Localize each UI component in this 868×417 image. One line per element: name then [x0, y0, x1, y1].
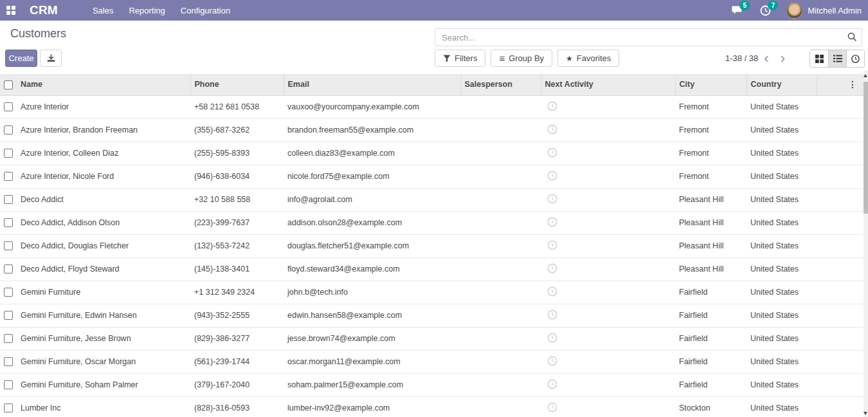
row-checkbox[interactable] — [4, 149, 13, 158]
table-row[interactable]: Gemini Furniture, Soham Palmer (379)-167… — [0, 373, 863, 396]
schedule-activity-clock-icon[interactable] — [547, 101, 557, 111]
row-checkbox[interactable] — [4, 172, 13, 181]
table-header-row: Name Phone Email Salesperson Next Activi… — [0, 74, 863, 95]
activities-button[interactable]: 7 — [758, 3, 772, 17]
search-input[interactable] — [435, 28, 862, 46]
kanban-view-button[interactable] — [810, 50, 828, 67]
systray: 5 7 Mitchell Admin — [730, 3, 868, 19]
row-checkbox[interactable] — [4, 241, 13, 250]
table-row[interactable]: Azure Interior, Colleen Diaz (255)-595-8… — [0, 142, 863, 165]
row-checkbox[interactable] — [4, 334, 13, 343]
cell-email: info@agrolait.com — [284, 188, 460, 211]
cell-salesperson — [460, 188, 541, 211]
column-header-country[interactable]: Country — [746, 74, 817, 95]
create-button[interactable]: Create — [5, 50, 37, 67]
search-icon[interactable] — [847, 32, 857, 42]
schedule-activity-clock-icon[interactable] — [547, 171, 557, 181]
activity-view-button[interactable] — [846, 50, 864, 67]
cell-name[interactable]: Gemini Furniture — [17, 281, 190, 304]
schedule-activity-clock-icon[interactable] — [547, 379, 557, 389]
cell-city: Stockton — [675, 396, 746, 417]
column-header-city[interactable]: City — [675, 74, 746, 95]
scroll-down-arrow[interactable] — [863, 412, 867, 415]
table-row[interactable]: Deco Addict, Floyd Steward (145)-138-340… — [0, 257, 863, 281]
table-row[interactable]: Lumber Inc (828)-316-0593 lumber-inv92@e… — [0, 396, 863, 417]
cell-name[interactable]: Lumber Inc — [17, 396, 190, 417]
row-checkbox[interactable] — [4, 311, 13, 320]
user-menu[interactable]: Mitchell Admin — [808, 6, 862, 15]
schedule-activity-clock-icon[interactable] — [547, 333, 557, 343]
table-row[interactable]: Deco Addict +32 10 588 558 info@agrolait… — [0, 188, 863, 211]
column-header-name[interactable]: Name — [17, 74, 190, 95]
app-name[interactable]: CRM — [30, 3, 58, 17]
table-row[interactable]: Gemini Furniture, Jesse Brown (829)-386-… — [0, 327, 863, 350]
filters-button[interactable]: Filters — [435, 50, 485, 67]
pager-previous-button[interactable]: ‹ — [758, 51, 774, 66]
table-row[interactable]: Deco Addict, Addison Olson (223)-399-763… — [0, 211, 863, 234]
table-row[interactable]: Gemini Furniture, Edwin Hansen (943)-352… — [0, 304, 863, 327]
schedule-activity-clock-icon[interactable] — [547, 217, 557, 227]
cell-name[interactable]: Gemini Furniture, Edwin Hansen — [17, 304, 190, 327]
schedule-activity-clock-icon[interactable] — [547, 356, 557, 366]
messages-badge: 5 — [739, 1, 750, 10]
cell-name[interactable]: Gemini Furniture, Oscar Morgan — [17, 350, 190, 373]
table-row[interactable]: Gemini Furniture, Oscar Morgan (561)-239… — [0, 350, 863, 373]
schedule-activity-clock-icon[interactable] — [547, 194, 557, 204]
group-by-button[interactable]: ≡Group By — [491, 50, 552, 67]
vertical-scrollbar[interactable] — [863, 71, 868, 417]
table-row[interactable]: Azure Interior +58 212 681 0538 vauxoo@y… — [0, 95, 863, 118]
column-header-next-activity[interactable]: Next Activity — [541, 74, 675, 95]
cell-name[interactable]: Azure Interior, Colleen Diaz — [17, 142, 190, 165]
menu-configuration[interactable]: Configuration — [173, 0, 238, 21]
row-checkbox[interactable] — [4, 218, 13, 227]
select-all-checkbox[interactable] — [4, 80, 13, 89]
scroll-up-arrow[interactable] — [863, 74, 867, 77]
schedule-activity-clock-icon[interactable] — [547, 147, 557, 158]
row-checkbox[interactable] — [4, 357, 13, 366]
cell-name[interactable]: Gemini Furniture, Jesse Brown — [17, 327, 190, 350]
row-checkbox[interactable] — [4, 102, 13, 111]
export-button[interactable] — [40, 50, 62, 67]
list-view-button[interactable] — [828, 50, 846, 67]
apps-menu-button[interactable] — [0, 0, 22, 21]
row-checkbox[interactable] — [4, 264, 13, 273]
cell-name[interactable]: Deco Addict, Addison Olson — [17, 211, 190, 234]
column-header-salesperson[interactable]: Salesperson — [460, 74, 541, 95]
cell-name[interactable]: Azure Interior, Brandon Freeman — [17, 118, 190, 142]
column-header-email[interactable]: Email — [284, 74, 460, 95]
favorites-button[interactable]: ★Favorites — [557, 50, 619, 67]
schedule-activity-clock-icon[interactable] — [547, 240, 557, 250]
cell-name[interactable]: Azure Interior, Nicole Ford — [17, 165, 190, 188]
column-header-phone[interactable]: Phone — [190, 74, 284, 95]
schedule-activity-clock-icon[interactable] — [547, 310, 557, 320]
cell-name[interactable]: Deco Addict — [17, 188, 190, 211]
cell-next-activity — [541, 350, 675, 373]
table-row[interactable]: Azure Interior, Nicole Ford (946)-638-60… — [0, 165, 863, 188]
table-row[interactable]: Deco Addict, Douglas Fletcher (132)-553-… — [0, 234, 863, 257]
row-checkbox[interactable] — [4, 288, 13, 297]
schedule-activity-clock-icon[interactable] — [547, 124, 557, 134]
row-checkbox[interactable] — [4, 125, 13, 134]
cell-name[interactable]: Deco Addict, Douglas Fletcher — [17, 234, 190, 257]
cell-phone: (943)-352-2555 — [190, 304, 284, 327]
user-avatar[interactable] — [786, 3, 802, 19]
pager-next-button[interactable]: › — [775, 51, 791, 66]
cell-filler — [817, 95, 863, 118]
table-row[interactable]: Gemini Furniture +1 312 349 2324 john.b@… — [0, 281, 863, 304]
optional-columns-toggle[interactable]: ⋮ — [817, 74, 863, 95]
row-checkbox[interactable] — [4, 195, 13, 204]
schedule-activity-clock-icon[interactable] — [547, 402, 557, 412]
table-row[interactable]: Azure Interior, Brandon Freeman (355)-68… — [0, 118, 863, 142]
row-checkbox[interactable] — [4, 380, 13, 389]
menu-sales[interactable]: Sales — [85, 0, 122, 21]
row-checkbox[interactable] — [4, 403, 13, 412]
cell-name[interactable]: Gemini Furniture, Soham Palmer — [17, 373, 190, 396]
cell-salesperson — [460, 211, 541, 234]
menu-reporting[interactable]: Reporting — [121, 0, 172, 21]
cell-name[interactable]: Azure Interior — [17, 95, 190, 118]
messages-button[interactable]: 5 — [730, 3, 744, 17]
cell-name[interactable]: Deco Addict, Floyd Steward — [17, 257, 190, 281]
schedule-activity-clock-icon[interactable] — [547, 286, 557, 297]
scrollbar-thumb[interactable] — [863, 82, 868, 214]
schedule-activity-clock-icon[interactable] — [547, 263, 557, 273]
